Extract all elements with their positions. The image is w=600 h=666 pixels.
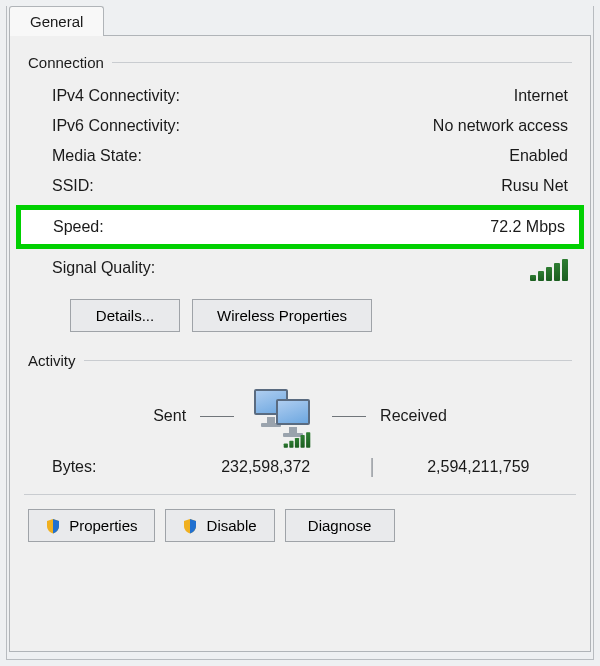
row-ipv4-value: Internet: [514, 87, 568, 105]
footer-separator: [24, 494, 576, 495]
row-ipv6-label: IPv6 Connectivity:: [52, 117, 180, 135]
activity-sent-received-row: Sent Received: [28, 387, 572, 445]
row-media-state-value: Enabled: [509, 147, 568, 165]
wireless-properties-button-label: Wireless Properties: [217, 307, 347, 324]
wireless-properties-button[interactable]: Wireless Properties: [192, 299, 372, 332]
sent-label: Sent: [153, 407, 186, 425]
network-activity-icon: [248, 387, 318, 445]
row-ipv4: IPv4 Connectivity: Internet: [28, 81, 572, 111]
details-button-label: Details...: [96, 307, 154, 324]
tab-general[interactable]: General: [9, 6, 104, 36]
connection-group-label: Connection: [28, 54, 572, 71]
row-signal-quality: Signal Quality:: [28, 253, 572, 287]
row-media-state-label: Media State:: [52, 147, 142, 165]
row-ipv4-label: IPv4 Connectivity:: [52, 87, 180, 105]
bytes-separator: |: [369, 455, 374, 478]
connection-group-text: Connection: [28, 54, 104, 71]
row-ssid: SSID: Rusu Net: [28, 171, 572, 201]
bytes-sent-value: 232,598,372: [172, 458, 359, 476]
group-rule: [84, 360, 572, 361]
row-ipv6-value: No network access: [433, 117, 568, 135]
bytes-row: Bytes: 232,598,372 | 2,594,211,759: [32, 455, 572, 478]
row-ipv6: IPv6 Connectivity: No network access: [28, 111, 572, 141]
activity-group-text: Activity: [28, 352, 76, 369]
tab-general-label: General: [30, 13, 83, 30]
row-speed-highlight: Speed: 72.2 Mbps: [16, 205, 584, 249]
row-media-state: Media State: Enabled: [28, 141, 572, 171]
group-rule: [112, 62, 572, 63]
disable-button-label: Disable: [207, 517, 257, 534]
shield-icon: [182, 518, 198, 534]
received-label: Received: [380, 407, 447, 425]
tabbar: General: [9, 6, 593, 35]
row-ssid-value: Rusu Net: [501, 177, 568, 195]
bytes-label: Bytes:: [32, 458, 172, 476]
row-signal-quality-label: Signal Quality:: [52, 259, 155, 281]
connection-status-dialog: General Connection IPv4 Connectivity: In…: [6, 6, 594, 660]
dialog-body: Connection IPv4 Connectivity: Internet I…: [9, 35, 591, 652]
properties-button-label: Properties: [69, 517, 137, 534]
diagnose-button-label: Diagnose: [308, 517, 371, 534]
row-speed-value: 72.2 Mbps: [490, 218, 565, 236]
received-rule: [332, 416, 366, 417]
disable-button[interactable]: Disable: [165, 509, 275, 542]
signal-strength-icon: [530, 259, 568, 281]
row-speed-label: Speed:: [53, 218, 104, 236]
connection-buttons: Details... Wireless Properties: [70, 299, 572, 332]
row-ssid-label: SSID:: [52, 177, 94, 195]
diagnose-button[interactable]: Diagnose: [285, 509, 395, 542]
bytes-received-value: 2,594,211,759: [385, 458, 572, 476]
details-button[interactable]: Details...: [70, 299, 180, 332]
footer-buttons: Properties Disable Diagnose: [28, 509, 572, 542]
activity-group-label: Activity: [28, 352, 572, 369]
sent-rule: [200, 416, 234, 417]
shield-icon: [45, 518, 61, 534]
properties-button[interactable]: Properties: [28, 509, 155, 542]
